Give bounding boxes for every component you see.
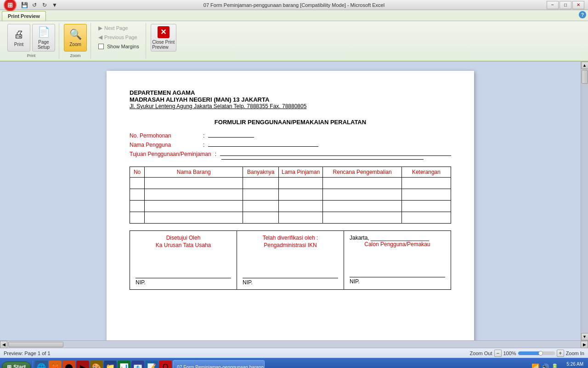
title-bar: ⊞ 💾 ↺ ↻ ▼ 07 Form Peminjaman-penggunaan … [0,0,588,10]
prev-page-label: Previous Page [104,34,137,40]
tujuan-label: Tujuan Penggunaan/Peminjaman [130,151,211,157]
help-icon[interactable]: ? [579,11,586,18]
taskbar-ie-icon[interactable]: 🌐 [35,361,48,368]
horizontal-scrollbar[interactable]: ◀ ▶ [0,340,588,348]
quick-access-toolbar: 💾 ↺ ↻ ▼ [18,1,61,9]
scroll-down-arrow[interactable]: ▼ [581,333,588,340]
print-group-label: Print [27,52,36,58]
org-name-line1: DEPARTEMEN AGAMA [130,89,451,96]
taskbar-excel-task[interactable]: 07 Form Peminjaman-penggunaan barang [Co… [173,360,265,368]
close-x-icon: ✕ [158,26,170,38]
sig-col3-header: Jakarta, ___________________ [350,235,445,241]
undo-button[interactable]: ↺ [30,1,39,9]
cell-banyak-3 [243,201,279,212]
cell-lama-4 [278,212,322,224]
scroll-right-arrow[interactable]: ▶ [581,341,588,348]
nip-3: NIP. [350,278,445,285]
save-button[interactable]: 💾 [20,1,28,9]
cell-rencana-2 [323,189,401,201]
page-setup-icon: 📄 [38,26,50,38]
vertical-scrollbar[interactable]: ▲ ▼ [581,62,588,340]
scroll-up-arrow[interactable]: ▲ [581,62,588,69]
start-label: Start [13,364,26,368]
start-button[interactable]: ⊞ Start [2,362,31,368]
cell-lama-3 [278,201,322,212]
table-row [130,189,451,201]
cell-ket-4 [401,212,451,224]
status-bar: Preview: Page 1 of 1 Zoom Out − 100% + Z… [0,348,588,358]
cell-no-1 [130,178,145,189]
table-row [130,201,451,212]
colon-1: : [203,132,204,139]
field-tujuan: Tujuan Penggunaan/Peminjaman : [130,151,451,157]
customize-button[interactable]: ▼ [51,1,59,9]
taskbar-chrome-icon[interactable]: ⬤ [62,361,75,368]
nip-2: NIP. [243,279,338,286]
org-name-line2: MADRASAH ALIYAH NEGERI (MAN) 13 JAKARTA [130,96,451,103]
tujuan-line [220,155,451,156]
taskbar-opera-icon[interactable]: O [159,361,172,368]
zoom-slider-thumb[interactable] [538,351,543,356]
sig-col2-header: Telah diverifikasi oleh : [243,235,338,241]
taskbar-paint-icon[interactable]: 🎨 [90,361,103,368]
tab-print-preview[interactable]: Print Preview [2,11,46,21]
hscroll-thumb[interactable] [8,342,63,347]
office-button[interactable]: ⊞ [4,0,17,12]
print-buttons: 🖨 Print 📄 PageSetup [7,24,55,52]
zoom-out-button[interactable]: − [494,350,502,357]
sig-col1-header: Disetujui Oleh [136,235,231,241]
nip-1: NIP. [136,279,231,286]
taskbar-media-icon[interactable]: ▶ [76,361,89,368]
battery-icon: 🔋 [551,363,559,368]
cell-rencana-3 [323,201,401,212]
maximize-button[interactable]: □ [560,1,571,9]
minimize-button[interactable]: − [547,1,559,9]
colon-3: : [215,151,216,157]
main-area: DEPARTEMEN AGAMA MADRASAH ALIYAH NEGERI … [0,62,588,340]
close-print-preview-label: Close PrintPreview [152,40,175,50]
zoom-slider[interactable] [518,351,555,355]
zoom-button[interactable]: 🔍 Zoom [64,24,87,52]
table-row [130,178,451,189]
taskbar-firefox-icon[interactable]: 🦊 [49,361,62,368]
cell-nama-3 [145,201,243,212]
volume-icon[interactable]: 🔊 [541,363,549,368]
zoom-group-label: Zoom [70,52,80,58]
cell-banyak-2 [243,189,279,201]
taskbar-divider [33,361,33,368]
start-icon: ⊞ [7,364,11,368]
cell-banyak-1 [243,178,279,189]
taskbar: ⊞ Start 🌐 🦊 ⬤ ▶ 🎨 📁 📊 📧 📝 O 07 Form Pemi… [0,358,588,368]
scroll-left-arrow[interactable]: ◀ [0,341,7,348]
taskbar-excel-icon[interactable]: 📊 [118,361,130,368]
taskbar-outlook-icon[interactable]: 📧 [131,361,144,368]
ribbon-group-print: 🖨 Print 📄 PageSetup Print [4,23,59,59]
sig-col-3: Jakarta, ___________________ Calon Pengg… [344,231,451,290]
print-button[interactable]: 🖨 Print [7,24,30,52]
zoom-in-button[interactable]: + [557,350,564,357]
col-header-ket: Keterangan [401,167,451,178]
cell-nama-1 [145,178,243,189]
network-icon[interactable]: 📶 [531,363,539,368]
redo-button[interactable]: ↻ [40,1,49,9]
cell-no-4 [130,212,145,224]
scroll-thumb[interactable] [582,70,588,84]
page-setup-button[interactable]: 📄 PageSetup [32,24,55,52]
taskbar-explorer-icon[interactable]: 📁 [104,361,117,368]
zoom-label: Zoom [69,42,81,47]
preview-buttons: ▶ Next Page ◀ Previous Page Show Margins [96,24,142,51]
show-margins-checkbox [98,44,104,49]
cell-banyak-4 [243,212,279,224]
page-setup-label: PageSetup [38,40,50,50]
next-page-button[interactable]: ▶ Next Page [96,24,142,32]
show-margins-label: Show Margins [107,44,139,49]
show-margins-button[interactable]: Show Margins [96,42,142,51]
taskbar-word-icon[interactable]: 📝 [145,361,158,368]
close-print-preview-button[interactable]: ✕ Close PrintPreview [151,24,176,52]
zoom-in-label: Zoom In [566,351,584,356]
prev-page-button[interactable]: ◀ Previous Page [96,33,142,41]
prev-page-icon: ◀ [98,34,102,40]
zoom-icon: 🔍 [69,29,82,40]
cell-nama-2 [145,189,243,201]
close-button[interactable]: ✕ [572,1,584,9]
